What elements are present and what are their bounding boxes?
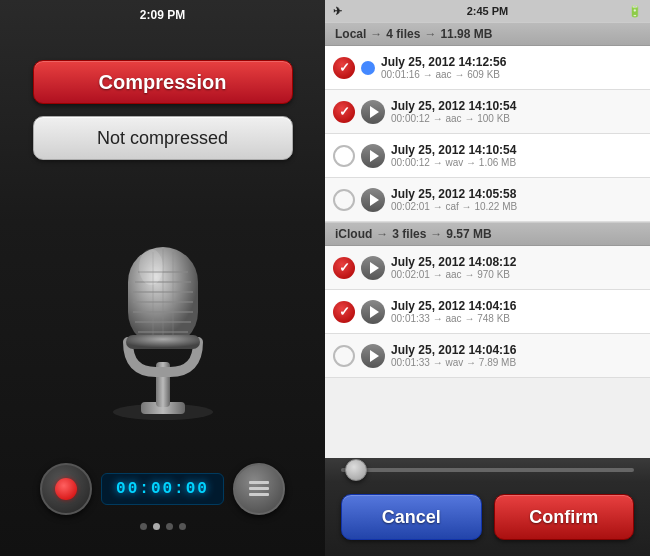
play-btn-3[interactable] [361,144,385,168]
arrow-icon-3: → [376,227,388,241]
local-file-list: ✓ July 25, 2012 14:12:56 00:01:16 → aac … [325,46,650,458]
iplay-btn-2[interactable] [361,300,385,324]
svg-rect-16 [249,481,269,484]
arrow-icon-2: → [424,27,436,41]
icloud-section-header: iCloud → 3 files → 9.57 MB [325,222,650,246]
local-size: 11.98 MB [440,27,492,41]
not-compressed-button[interactable]: Not compressed [33,116,293,160]
record-button[interactable] [40,463,92,515]
bottom-bar: 00:00:00 [20,463,305,515]
local-file-item-3[interactable]: July 25, 2012 14:10:54 00:00:12 → wav → … [325,134,650,178]
svg-rect-15 [126,335,200,349]
local-file-item-1[interactable]: ✓ July 25, 2012 14:12:56 00:01:16 → aac … [325,46,650,90]
battery-icon: 🔋 [628,5,642,18]
iplay-triangle-3 [370,350,379,362]
file-meta-3: 00:00:12 → wav → 1.06 MB [391,157,642,168]
blue-dot-1 [361,61,375,75]
iplay-triangle-1 [370,262,379,274]
icloud-size: 9.57 MB [446,227,491,241]
dot-1 [140,523,147,530]
dot-3 [166,523,173,530]
iplay-btn-1[interactable] [361,256,385,280]
compression-button[interactable]: Compression [33,60,293,104]
check-1[interactable]: ✓ [333,57,355,79]
ifile-date-3: July 25, 2012 14:04:16 [391,343,642,357]
svg-rect-18 [249,493,269,496]
file-date-3: July 25, 2012 14:10:54 [391,143,642,157]
file-meta-4: 00:02:01 → caf → 10.22 MB [391,201,642,212]
slider-thumb[interactable] [345,459,367,481]
check-2[interactable]: ✓ [333,101,355,123]
cancel-button[interactable]: Cancel [341,494,482,540]
local-section-header: Local → 4 files → 11.98 MB [325,22,650,46]
file-date-4: July 25, 2012 14:05:58 [391,187,642,201]
local-files-count: 4 files [386,27,420,41]
icloud-label: iCloud [335,227,372,241]
iplay-triangle-2 [370,306,379,318]
page-dots [140,523,186,530]
icloud-file-item-2[interactable]: ✓ July 25, 2012 14:04:16 00:01:33 → aac … [325,290,650,334]
left-panel: 2:09 PM Compression Not compressed [0,0,325,556]
record-dot [55,478,77,500]
play-triangle-3 [370,150,379,162]
file-date-1: July 25, 2012 14:12:56 [381,55,642,69]
confirm-button[interactable]: Confirm [494,494,635,540]
icheck-3[interactable] [333,345,355,367]
timer-display: 00:00:00 [101,473,224,505]
play-triangle-2 [370,106,379,118]
local-label: Local [335,27,366,41]
file-info-2: July 25, 2012 14:10:54 00:00:12 → aac → … [391,99,642,124]
slider-track[interactable] [341,468,634,472]
local-file-item-4[interactable]: July 25, 2012 14:05:58 00:02:01 → caf → … [325,178,650,222]
ifile-info-1: July 25, 2012 14:08:12 00:02:01 → aac → … [391,255,642,280]
file-info-4: July 25, 2012 14:05:58 00:02:01 → caf → … [391,187,642,212]
iplay-btn-3[interactable] [361,344,385,368]
file-meta-2: 00:00:12 → aac → 100 KB [391,113,642,124]
ifile-date-1: July 25, 2012 14:08:12 [391,255,642,269]
file-meta-1: 00:01:16 → aac → 609 KB [381,69,642,80]
icloud-file-item-3[interactable]: July 25, 2012 14:04:16 00:01:33 → wav → … [325,334,650,378]
icheck-1[interactable]: ✓ [333,257,355,279]
check-3[interactable] [333,145,355,167]
ifile-meta-2: 00:01:33 → aac → 748 KB [391,313,642,324]
ifile-meta-1: 00:02:01 → aac → 970 KB [391,269,642,280]
file-info-3: July 25, 2012 14:10:54 00:00:12 → wav → … [391,143,642,168]
left-status-bar: 2:09 PM [0,8,325,22]
right-status-bar: ✈ 2:45 PM 🔋 [325,0,650,22]
icloud-files-count: 3 files [392,227,426,241]
microphone-container [73,170,253,463]
icloud-file-item-1[interactable]: ✓ July 25, 2012 14:08:12 00:02:01 → aac … [325,246,650,290]
airplane-icon: ✈ [333,5,342,18]
icheck-2[interactable]: ✓ [333,301,355,323]
ifile-meta-3: 00:01:33 → wav → 7.89 MB [391,357,642,368]
ifile-info-2: July 25, 2012 14:04:16 00:01:33 → aac → … [391,299,642,324]
play-btn-2[interactable] [361,100,385,124]
slider-area [325,458,650,482]
microphone-icon [73,207,253,427]
ifile-date-2: July 25, 2012 14:04:16 [391,299,642,313]
check-4[interactable] [333,189,355,211]
dot-2 [153,523,160,530]
right-panel: ✈ 2:45 PM 🔋 Local → 4 files → 11.98 MB ✓… [325,0,650,556]
svg-rect-17 [249,487,269,490]
ifile-info-3: July 25, 2012 14:04:16 00:01:33 → wav → … [391,343,642,368]
left-time: 2:09 PM [140,8,185,22]
file-date-2: July 25, 2012 14:10:54 [391,99,642,113]
list-button[interactable] [233,463,285,515]
list-icon [247,479,271,499]
dot-4 [179,523,186,530]
play-btn-4[interactable] [361,188,385,212]
local-file-item-2[interactable]: ✓ July 25, 2012 14:10:54 00:00:12 → aac … [325,90,650,134]
arrow-icon-4: → [430,227,442,241]
arrow-icon-1: → [370,27,382,41]
action-buttons: Cancel Confirm [325,482,650,556]
right-time: 2:45 PM [467,5,509,17]
play-triangle-4 [370,194,379,206]
file-info-1: July 25, 2012 14:12:56 00:01:16 → aac → … [381,55,642,80]
svg-point-14 [139,249,163,285]
